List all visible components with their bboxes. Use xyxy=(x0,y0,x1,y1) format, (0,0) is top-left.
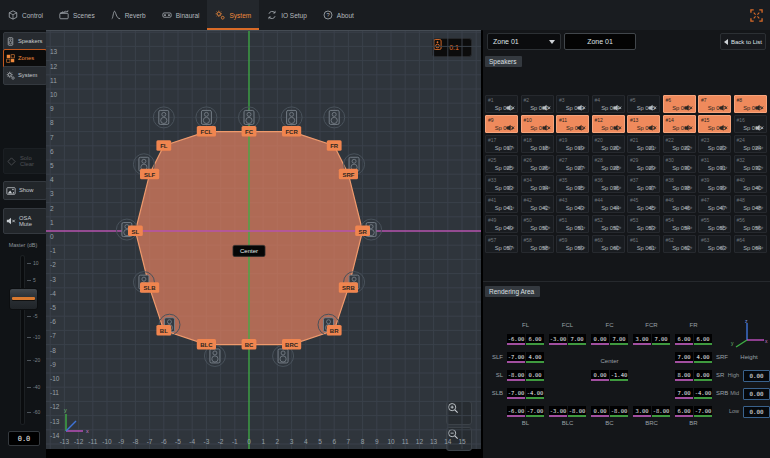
speaker-cell-sp-057[interactable]: #57Sp 057 xyxy=(485,235,518,253)
speaker-cell-sp-037[interactable]: #37Sp 037 xyxy=(627,175,660,193)
value-y[interactable]: 6.00 xyxy=(526,334,544,345)
value-x[interactable]: 3.00 xyxy=(633,406,651,417)
value-x[interactable]: 0.00 xyxy=(591,406,609,417)
speaker-cell-sp-010[interactable]: #10Sp 010 xyxy=(521,115,554,133)
speaker-cell-sp-038[interactable]: #38Sp 038 xyxy=(663,175,696,193)
value-x[interactable]: 0.00 xyxy=(591,370,609,381)
speaker-cell-sp-054[interactable]: #54Sp 054 xyxy=(663,215,696,233)
speaker-cell-sp-001[interactable]: #1Sp 001 xyxy=(485,95,518,113)
speaker-cell-sp-014[interactable]: #14Sp 014 xyxy=(663,115,696,133)
speaker-cell-sp-021[interactable]: #21Sp 021 xyxy=(627,135,660,153)
center-label[interactable]: Center xyxy=(233,245,265,256)
value-y[interactable]: 6.00 xyxy=(694,334,712,345)
speaker-cell-sp-016[interactable]: #16Sp 016 xyxy=(734,115,767,133)
value-x[interactable]: -3.00 xyxy=(549,334,567,345)
tab-about[interactable]: ?About xyxy=(315,0,362,30)
speaker-cell-sp-041[interactable]: #41Sp 041 xyxy=(485,195,518,213)
speaker-cell-sp-033[interactable]: #33Sp 033 xyxy=(485,175,518,193)
speaker-cell-sp-026[interactable]: #26Sp 026 xyxy=(521,155,554,173)
value-y[interactable]: -4.00 xyxy=(694,388,712,399)
master-fader-track[interactable] xyxy=(21,256,24,424)
value-y[interactable]: 0.00 xyxy=(526,370,544,381)
speaker-label-BR[interactable]: BR xyxy=(327,325,342,336)
speaker-label-FL[interactable]: FL xyxy=(156,140,171,151)
tab-binaural[interactable]: Binaural xyxy=(154,0,208,30)
speaker-cell-sp-024[interactable]: #24Sp 024 xyxy=(734,135,767,153)
master-value-box[interactable]: 0.0 xyxy=(8,431,40,446)
speaker-label-BL[interactable]: BL xyxy=(156,325,171,336)
value-y[interactable]: 0.00 xyxy=(694,370,712,381)
value-y[interactable]: -7.00 xyxy=(694,406,712,417)
speaker-cell-sp-051[interactable]: #51Sp 051 xyxy=(556,215,589,233)
speaker-cell-sp-048[interactable]: #48Sp 048 xyxy=(734,195,767,213)
speaker-cell-sp-025[interactable]: #25Sp 025 xyxy=(485,155,518,173)
value-x[interactable]: -3.00 xyxy=(549,406,567,417)
speaker-cell-sp-047[interactable]: #47Sp 047 xyxy=(698,195,731,213)
tool-osa-mute[interactable]: OSA Mute xyxy=(3,208,47,234)
speaker-cell-sp-062[interactable]: #62Sp 062 xyxy=(663,235,696,253)
value-y[interactable]: 7.00 xyxy=(610,334,628,345)
speaker-cell-sp-009[interactable]: #9Sp 009 xyxy=(485,115,518,133)
stage-canvas[interactable]: 0.1 -13-12-11-10-9-8-7-6-5-4-3-2-1012345… xyxy=(46,30,481,449)
height-value-box[interactable]: 0.00 xyxy=(743,388,770,400)
speaker-label-FCR[interactable]: FCR xyxy=(282,126,301,137)
speaker-cell-sp-028[interactable]: #28Sp 028 xyxy=(592,155,625,173)
value-x[interactable]: 3.00 xyxy=(633,334,651,345)
speaker-cell-sp-042[interactable]: #42Sp 042 xyxy=(521,195,554,213)
value-x[interactable]: 7.00 xyxy=(675,388,693,399)
tab-system[interactable]: System xyxy=(207,0,259,30)
speaker-label-SL[interactable]: SL xyxy=(128,226,143,237)
tool-show[interactable]: Show xyxy=(3,181,47,200)
speaker-cell-sp-060[interactable]: #60Sp 060 xyxy=(592,235,625,253)
speaker-cell-sp-036[interactable]: #36Sp 036 xyxy=(592,175,625,193)
value-y[interactable]: 7.00 xyxy=(652,334,670,345)
speaker-cell-sp-003[interactable]: #3Sp 003 xyxy=(556,95,589,113)
speaker-cell-sp-063[interactable]: #63Sp 063 xyxy=(698,235,731,253)
speaker-cell-sp-039[interactable]: #39Sp 039 xyxy=(698,175,731,193)
value-x[interactable]: -6.00 xyxy=(507,406,525,417)
zone-name-field[interactable]: Zone 01 xyxy=(564,33,636,50)
speaker-cell-sp-058[interactable]: #58Sp 058 xyxy=(521,235,554,253)
speaker-cell-sp-040[interactable]: #40Sp 040 xyxy=(734,175,767,193)
speaker-cell-sp-005[interactable]: #5Sp 005 xyxy=(627,95,660,113)
fullscreen-icon[interactable] xyxy=(750,8,763,21)
speaker-label-BLC[interactable]: BLC xyxy=(197,339,216,350)
value-y[interactable]: -8.00 xyxy=(568,406,586,417)
speaker-cell-sp-019[interactable]: #19Sp 019 xyxy=(556,135,589,153)
zone-select-dropdown[interactable]: Zone 01 xyxy=(487,33,561,50)
speaker-cell-sp-027[interactable]: #27Sp 027 xyxy=(556,155,589,173)
speaker-cell-sp-043[interactable]: #43Sp 043 xyxy=(556,195,589,213)
sidebar-item-system[interactable]: System xyxy=(3,66,47,85)
speaker-cell-sp-055[interactable]: #55Sp 055 xyxy=(698,215,731,233)
speaker-label-SRB[interactable]: SRB xyxy=(339,282,358,293)
speaker-label-SR[interactable]: SR xyxy=(355,226,370,237)
speaker-cell-sp-030[interactable]: #30Sp 030 xyxy=(663,155,696,173)
speaker-cell-sp-046[interactable]: #46Sp 046 xyxy=(663,195,696,213)
speaker-cell-sp-052[interactable]: #52Sp 052 xyxy=(592,215,625,233)
speaker-cell-sp-004[interactable]: #4Sp 004 xyxy=(592,95,625,113)
value-x[interactable]: 6.00 xyxy=(675,334,693,345)
value-y[interactable]: 7.00 xyxy=(568,334,586,345)
speaker-label-SLF[interactable]: SLF xyxy=(140,169,159,180)
speaker-cell-sp-011[interactable]: #11Sp 011 xyxy=(556,115,589,133)
height-value-box[interactable]: 0.00 xyxy=(743,406,770,418)
value-x[interactable]: -7.00 xyxy=(507,352,525,363)
tab-io-setup[interactable]: IO Setup xyxy=(259,0,315,30)
value-y[interactable]: -7.00 xyxy=(526,406,544,417)
value-x[interactable]: 7.00 xyxy=(675,352,693,363)
value-x[interactable]: -8.00 xyxy=(507,370,525,381)
speaker-label-SLB[interactable]: SLB xyxy=(140,282,159,293)
speaker-label-SRF[interactable]: SRF xyxy=(339,169,358,180)
value-y[interactable]: 4.00 xyxy=(526,352,544,363)
speaker-cell-sp-008[interactable]: #8Sp 008 xyxy=(734,95,767,113)
speaker-label-FCL[interactable]: FCL xyxy=(197,126,216,137)
value-x[interactable]: 6.00 xyxy=(675,406,693,417)
value-x[interactable]: -6.00 xyxy=(507,334,525,345)
value-x[interactable]: 8.00 xyxy=(675,370,693,381)
value-y[interactable]: -8.00 xyxy=(610,406,628,417)
speaker-cell-sp-044[interactable]: #44Sp 044 xyxy=(592,195,625,213)
speaker-cell-sp-064[interactable]: #64Sp 064 xyxy=(734,235,767,253)
speaker-cell-sp-018[interactable]: #18Sp 018 xyxy=(521,135,554,153)
tab-scenes[interactable]: Scenes xyxy=(51,0,103,30)
speaker-cell-sp-017[interactable]: #17Sp 017 xyxy=(485,135,518,153)
